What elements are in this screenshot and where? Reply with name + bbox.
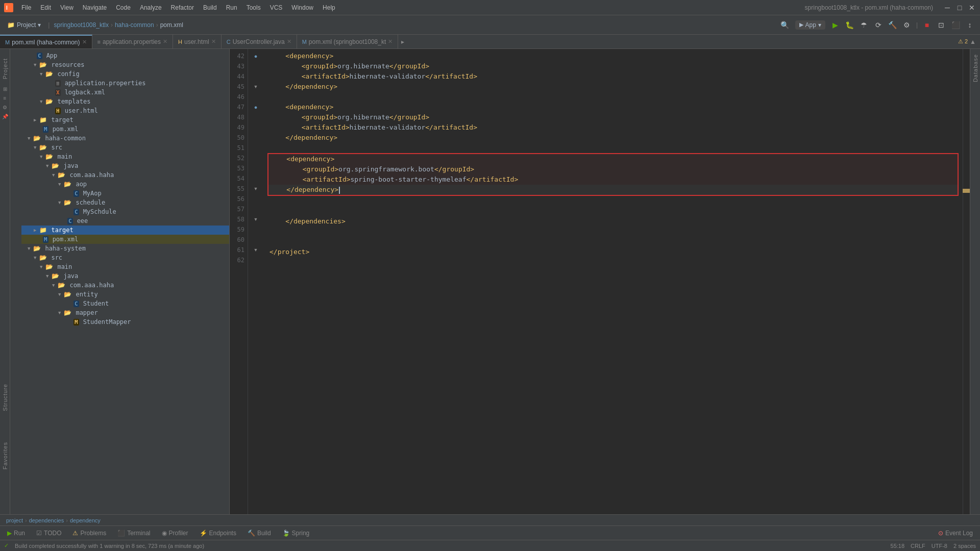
tab-spring[interactable]: 🍃 Spring — [277, 529, 315, 538]
menu-code[interactable]: Code — [112, 3, 135, 12]
menu-build[interactable]: Build — [199, 3, 221, 12]
tree-item[interactable]: Mpom.xml — [21, 124, 229, 134]
fold-icon[interactable]: ▼ — [254, 82, 258, 92]
menu-vcs[interactable]: VCS — [266, 3, 287, 12]
terminal-button[interactable]: ⬛ — [949, 19, 962, 31]
tree-item[interactable]: ▼📂com.aaa.haha — [21, 170, 229, 180]
menu-analyze[interactable]: Analyze — [136, 3, 166, 12]
tree-item[interactable]: ▼📂com.aaa.haha — [21, 281, 229, 290]
database-panel-label[interactable]: Database — [972, 54, 978, 82]
tab-run[interactable]: ▶ Run — [2, 529, 30, 538]
tree-item[interactable]: ≡application.properties — [21, 79, 229, 88]
tree-item[interactable]: MStudentMapper — [21, 317, 229, 327]
tab-close-3[interactable]: ✕ — [287, 38, 291, 45]
menu-run[interactable]: Run — [222, 3, 241, 12]
coverage-button[interactable]: ☂ — [858, 19, 870, 31]
fold-icon[interactable]: ▼ — [254, 214, 258, 224]
refresh-button[interactable]: ⟳ — [872, 19, 885, 31]
debug-button[interactable]: 🐛 — [844, 19, 856, 31]
tab-arrow-right[interactable]: ▸ — [398, 38, 407, 45]
tree-item[interactable]: ▼📂main — [21, 152, 229, 161]
tree-item[interactable]: ▼📂mapper — [21, 308, 229, 317]
tree-item[interactable]: ▼📂haha-system — [21, 244, 229, 253]
menu-window[interactable]: Window — [287, 3, 317, 12]
tree-item[interactable]: ▶📁target — [21, 115, 229, 124]
run-button[interactable]: ▶ — [829, 19, 842, 31]
tree-item[interactable]: ▼📂main — [21, 262, 229, 271]
breadcrumb-part-0[interactable]: springboot1008_ktlx — [54, 21, 108, 29]
maximize-button[interactable]: □ — [955, 4, 964, 12]
indent-info[interactable]: 2 spaces — [953, 543, 976, 549]
tab-close-4[interactable]: ✕ — [388, 38, 393, 45]
structure-label[interactable]: Structure — [2, 380, 8, 415]
tree-item[interactable]: Xlogback.xml — [21, 88, 229, 97]
structure-icon-3[interactable]: ⚙ — [2, 104, 9, 111]
tree-item[interactable]: CStudent — [21, 299, 229, 308]
tree-item[interactable]: ▼📂config — [21, 69, 229, 79]
tab-build[interactable]: 🔨 Build — [242, 529, 276, 538]
build-button[interactable]: 🔨 — [887, 19, 899, 31]
code-view[interactable]: <dependency> <groupId>org.hibernate</gro… — [263, 49, 963, 514]
tab-application-properties[interactable]: ≡ application.properties ✕ — [92, 35, 174, 49]
tree-item[interactable]: Ceee — [21, 216, 229, 226]
tree-item[interactable]: CMySchdule — [21, 207, 229, 216]
tab-chevron-up[interactable]: ▲ — [970, 38, 976, 45]
breadcrumb-item-2[interactable]: dependency — [70, 517, 101, 523]
tree-item[interactable]: ▼📂java — [21, 161, 229, 170]
charset[interactable]: UTF-8 — [932, 543, 947, 549]
tab-pom-springboot[interactable]: M pom.xml (springboot1008_kt ✕ — [297, 35, 399, 49]
tab-endpoints[interactable]: ⚡ Endpoints — [194, 529, 241, 538]
fold-icon[interactable]: ▼ — [254, 245, 258, 255]
breadcrumb-item-0[interactable]: project — [6, 517, 23, 523]
tab-close-2[interactable]: ✕ — [211, 38, 216, 45]
tab-problems[interactable]: ⚠ Problems — [67, 529, 111, 538]
run-config[interactable]: ▶ App ▾ — [795, 20, 825, 30]
stop-button[interactable]: ■ — [921, 19, 933, 31]
pin-icon[interactable]: 📌 — [2, 113, 9, 120]
project-panel-label[interactable]: Project — [2, 54, 8, 83]
settings-button[interactable]: ⚙ — [901, 19, 913, 31]
favorites-label[interactable]: Favorites — [2, 438, 8, 473]
tab-terminal[interactable]: ⬛ Terminal — [112, 529, 155, 538]
tab-pom-haha-common[interactable]: M pom.xml (haha-common) ✕ — [0, 35, 92, 49]
menu-refactor[interactable]: Refactor — [167, 3, 198, 12]
tab-close-1[interactable]: ✕ — [163, 38, 167, 45]
search-button[interactable]: 🔍 — [779, 19, 791, 31]
tree-item[interactable]: ▶📁target — [21, 226, 229, 235]
tree-item[interactable]: ▼📂haha-common — [21, 134, 229, 143]
tree-item[interactable]: ▼📂entity — [21, 290, 229, 299]
tab-user-controller[interactable]: C UserController.java ✕ — [222, 35, 297, 49]
git-button[interactable]: ↕ — [964, 19, 976, 31]
structure-icon-1[interactable]: ⊞ — [2, 85, 9, 92]
layout-button[interactable]: ⊡ — [935, 19, 947, 31]
tree-item[interactable]: Huser.html — [21, 106, 229, 115]
bookmark-icon[interactable]: ● — [254, 51, 258, 61]
tab-user-html[interactable]: H user.html ✕ — [173, 35, 222, 49]
tree-item[interactable]: CApp — [21, 51, 229, 60]
tree-item[interactable]: ▼📂aop — [21, 180, 229, 189]
line-ending[interactable]: CRLF — [911, 543, 925, 549]
tab-profiler[interactable]: ◉ Profiler — [157, 529, 193, 538]
tree-item[interactable]: Mpom.xml — [21, 235, 229, 244]
structure-icon-2[interactable]: ≡ — [2, 94, 9, 102]
bookmark-icon[interactable]: ● — [254, 102, 258, 112]
tree-item[interactable]: ▼📂resources — [21, 60, 229, 69]
menu-edit[interactable]: Edit — [36, 3, 55, 12]
menu-tools[interactable]: Tools — [242, 3, 265, 12]
cursor-position[interactable]: 55:18 — [891, 543, 905, 549]
tree-item[interactable]: ▼📂templates — [21, 97, 229, 106]
breadcrumb-part-1[interactable]: haha-common — [115, 21, 154, 29]
project-dropdown[interactable]: 📁 Project ▾ — [4, 20, 44, 30]
breadcrumb-item-1[interactable]: dependencies — [29, 517, 64, 523]
tree-item[interactable]: ▼📂java — [21, 271, 229, 281]
breadcrumb-part-2[interactable]: pom.xml — [160, 21, 183, 29]
scrollbar-area[interactable] — [963, 49, 970, 514]
minimize-button[interactable]: ─ — [943, 4, 951, 12]
tree-item[interactable]: ▼📂src — [21, 143, 229, 152]
close-button[interactable]: ✕ — [968, 4, 976, 12]
tree-item[interactable]: ▼📂src — [21, 253, 229, 262]
fold-icon[interactable]: ▼ — [254, 184, 258, 194]
menu-navigate[interactable]: Navigate — [79, 3, 111, 12]
tab-event-log[interactable]: ⊙ Event Log — [933, 529, 978, 538]
tab-close-0[interactable]: ✕ — [82, 39, 87, 45]
